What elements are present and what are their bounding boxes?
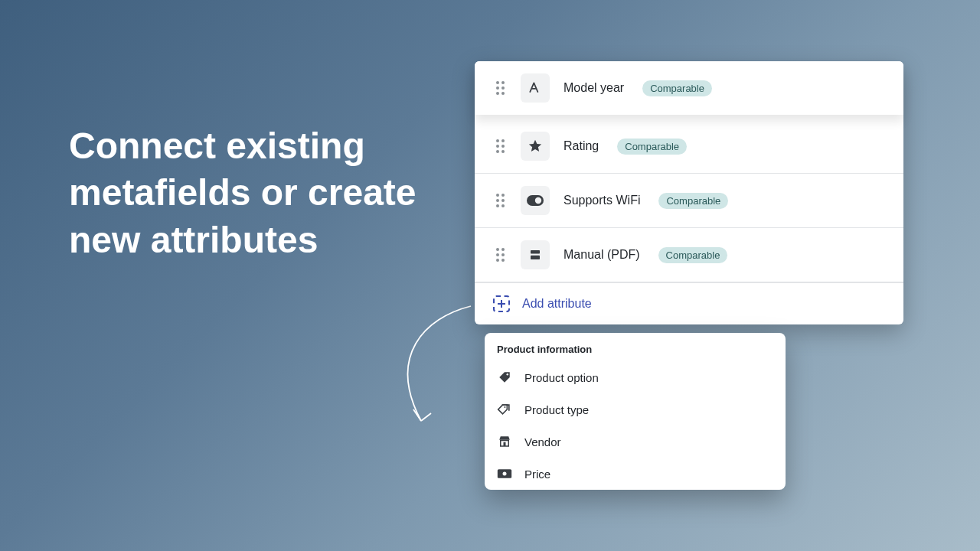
tags-icon	[497, 402, 512, 417]
attributes-panel: Model year Comparable Rating Comparable …	[475, 61, 903, 324]
attribute-name: Manual (PDF)	[564, 248, 640, 262]
popover-item-product-option[interactable]: Product option	[485, 361, 786, 393]
drag-handle-icon[interactable]	[493, 248, 507, 262]
svg-rect-2	[531, 250, 540, 254]
svg-point-9	[503, 472, 507, 476]
drag-handle-icon[interactable]	[493, 194, 507, 207]
popover-item-price[interactable]: Price	[485, 458, 786, 490]
add-attribute-label: Add attribute	[522, 297, 592, 311]
svg-point-4	[507, 373, 508, 375]
attribute-source-popover: Product information Product option Produ…	[485, 333, 786, 490]
popover-item-label: Product option	[524, 371, 599, 384]
store-icon	[497, 434, 512, 449]
attribute-name: Rating	[564, 139, 599, 153]
attribute-row[interactable]: Model year Comparable	[475, 61, 903, 115]
text-type-icon	[521, 73, 550, 103]
add-icon	[493, 295, 510, 312]
file-type-icon	[521, 240, 550, 269]
toggle-type-icon	[521, 186, 550, 215]
svg-point-1	[535, 197, 541, 204]
arrow-illustration	[379, 302, 479, 432]
drag-handle-icon[interactable]	[493, 139, 507, 153]
popover-item-product-type[interactable]: Product type	[485, 393, 786, 425]
svg-rect-3	[531, 256, 540, 259]
add-attribute-button[interactable]: Add attribute	[475, 282, 903, 324]
popover-item-label: Product type	[524, 403, 589, 416]
svg-point-5	[504, 406, 505, 408]
price-icon	[497, 466, 512, 481]
attribute-row[interactable]: Supports WiFi Comparable	[475, 174, 903, 228]
star-type-icon	[521, 132, 550, 161]
popover-item-label: Price	[524, 468, 550, 481]
drag-handle-icon[interactable]	[493, 81, 507, 95]
attribute-name: Model year	[564, 81, 624, 95]
comparable-badge: Comparable	[658, 193, 728, 209]
popover-item-label: Vendor	[524, 435, 561, 448]
comparable-badge: Comparable	[658, 247, 728, 263]
comparable-badge: Comparable	[642, 80, 712, 96]
popover-item-vendor[interactable]: Vendor	[485, 425, 786, 458]
comparable-badge: Comparable	[617, 139, 687, 155]
svg-rect-7	[504, 442, 506, 446]
tag-icon	[497, 370, 512, 385]
popover-section-title: Product information	[485, 333, 786, 361]
headline: Connect existing metafields or create ne…	[69, 122, 467, 263]
attribute-row[interactable]: Rating Comparable	[475, 119, 903, 174]
attribute-row[interactable]: Manual (PDF) Comparable	[475, 228, 903, 282]
attribute-name: Supports WiFi	[564, 194, 640, 207]
stage: Connect existing metafields or create ne…	[0, 0, 980, 551]
